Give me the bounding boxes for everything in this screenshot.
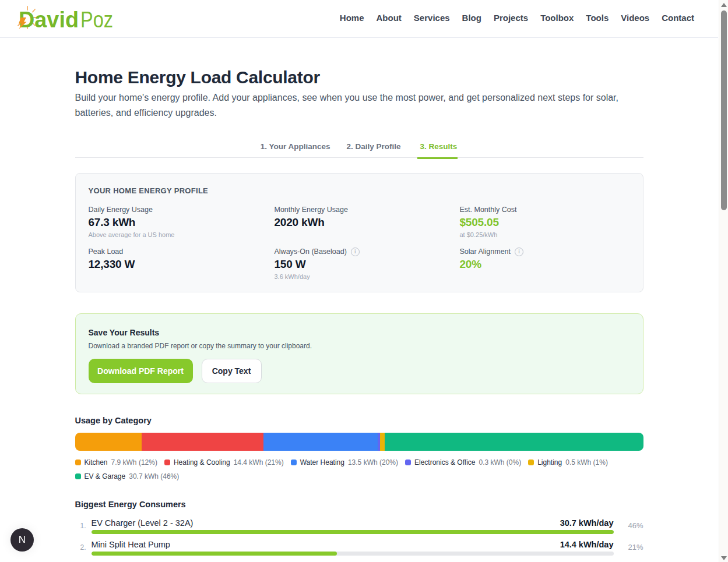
svg-text:David: David bbox=[19, 8, 79, 32]
svg-text:Poz: Poz bbox=[80, 8, 113, 32]
